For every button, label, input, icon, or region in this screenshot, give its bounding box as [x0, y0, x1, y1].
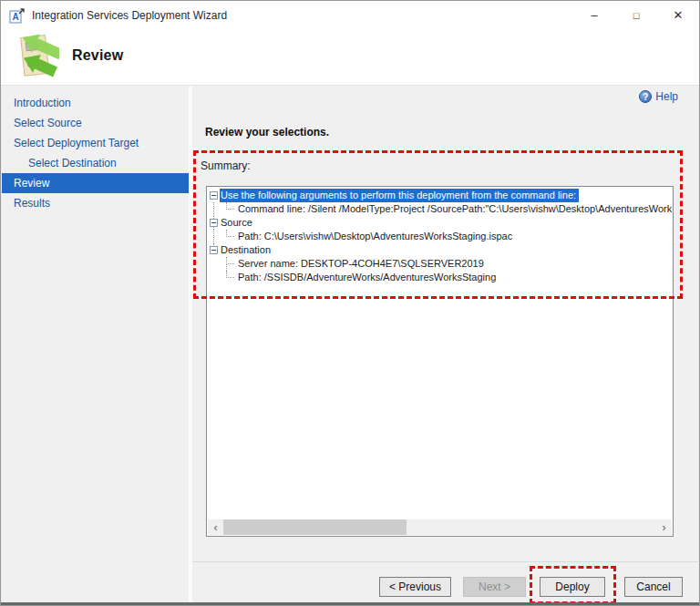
scroll-right-icon[interactable]: ›	[656, 519, 672, 535]
sidebar-nav: IntroductionSelect SourceSelect Deployme…	[2, 87, 189, 213]
sidebar-item-introduction[interactable]: Introduction	[2, 93, 189, 113]
window-bottom-border	[1, 602, 699, 605]
window-title: Integration Services Deployment Wizard	[32, 9, 227, 22]
wizard-body: IntroductionSelect SourceSelect Deployme…	[2, 87, 698, 602]
help-label: Help	[655, 90, 678, 103]
summary-tree-rows: Use the following arguments to perform t…	[207, 189, 672, 284]
deploy-button[interactable]: Deploy	[540, 577, 605, 597]
wizard-header: Review	[1, 29, 699, 86]
scroll-left-icon[interactable]: ‹	[208, 519, 223, 535]
help-icon: ?	[639, 90, 652, 103]
tree-row-label: Server name: DESKTOP-4COH4E7\SQLSERVER20…	[238, 257, 484, 271]
tree-connector-icon	[226, 257, 234, 264]
review-heading: Review your selections.	[205, 126, 329, 139]
sidebar-item-select-source[interactable]: Select Source	[2, 113, 189, 133]
scrollbar-thumb[interactable]	[223, 519, 407, 535]
summary-label: Summary:	[201, 159, 251, 172]
previous-button[interactable]: < Previous	[379, 577, 451, 597]
sidebar-item-review[interactable]: Review	[2, 173, 189, 193]
cancel-button[interactable]: Cancel	[624, 577, 683, 597]
summary-tree: Use the following arguments to perform t…	[206, 186, 674, 537]
tree-collapse-icon[interactable]	[210, 219, 218, 227]
tree-row[interactable]: Server name: DESKTOP-4COH4E7\SQLSERVER20…	[207, 257, 672, 271]
tree-connector-icon	[226, 230, 234, 237]
deployment-wizard-window: A Integration Services Deployment Wizard…	[0, 0, 700, 606]
tree-row[interactable]: Destination	[207, 243, 672, 257]
help-link[interactable]: ? Help	[639, 90, 678, 103]
tree-row[interactable]: Source	[207, 216, 672, 230]
tree-row-label: Path: /SSISDB/AdventureWorks/AdventuresW…	[238, 271, 496, 284]
tree-connector-icon	[226, 271, 234, 278]
horizontal-scrollbar[interactable]: ‹ ›	[208, 519, 672, 535]
content-panel: ? Help Review your selections. Summary: …	[192, 87, 698, 602]
tree-row-label: Use the following arguments to perform t…	[220, 189, 579, 202]
tree-row-label: Command line: /Silent /ModelType:Project…	[238, 202, 672, 216]
title-bar: A Integration Services Deployment Wizard…	[1, 1, 699, 29]
close-button[interactable]: ✕	[657, 1, 699, 29]
tree-row-label: Source	[221, 216, 252, 230]
tree-collapse-icon[interactable]	[210, 191, 218, 200]
next-button[interactable]: Next >	[463, 577, 526, 597]
footer-divider	[192, 561, 698, 562]
app-icon: A	[9, 7, 26, 24]
tree-row-label: Path: C:\Users\vishw\Desktop\AdventuresW…	[238, 230, 512, 243]
tree-guide-line	[213, 230, 214, 243]
page-title: Review	[72, 47, 123, 64]
tree-row[interactable]: Command line: /Silent /ModelType:Project…	[207, 202, 672, 216]
maximize-button[interactable]: □	[615, 1, 657, 29]
sidebar-item-select-destination[interactable]: Select Destination	[2, 153, 189, 173]
window-controls: – □ ✕	[573, 1, 699, 29]
deployment-package-icon	[8, 33, 59, 82]
svg-text:A: A	[12, 12, 18, 22]
minimize-button[interactable]: –	[573, 1, 615, 29]
sidebar: IntroductionSelect SourceSelect Deployme…	[2, 87, 189, 602]
tree-connector-icon	[226, 202, 234, 210]
tree-guide-line	[226, 264, 227, 271]
tree-collapse-icon[interactable]	[210, 246, 218, 254]
sidebar-item-select-deployment-target[interactable]: Select Deployment Target	[2, 133, 189, 153]
tree-guide-line	[213, 202, 214, 216]
tree-row[interactable]: Path: /SSISDB/AdventureWorks/AdventuresW…	[207, 271, 672, 284]
sidebar-item-results[interactable]: Results	[2, 193, 189, 213]
tree-row[interactable]: Use the following arguments to perform t…	[207, 189, 672, 202]
tree-row-label: Destination	[221, 243, 271, 257]
tree-row[interactable]: Path: C:\Users\vishw\Desktop\AdventuresW…	[207, 230, 672, 243]
